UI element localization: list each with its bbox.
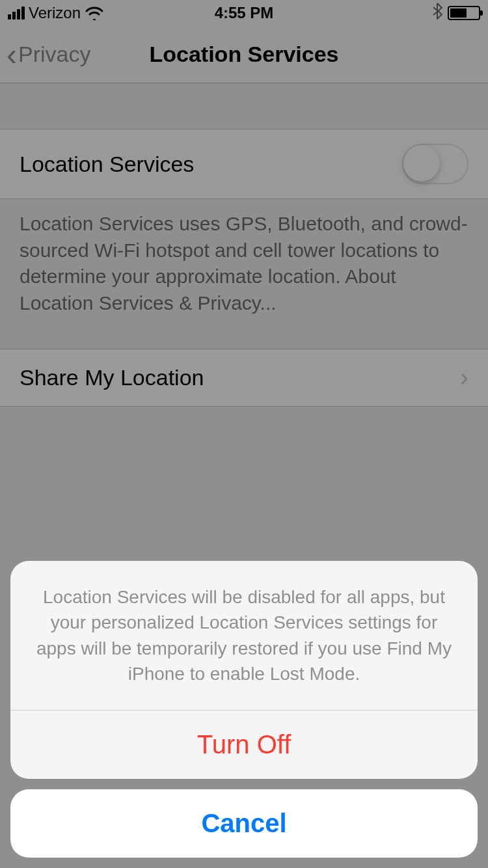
- action-sheet: Location Services will be disabled for a…: [10, 561, 478, 858]
- action-sheet-group: Location Services will be disabled for a…: [10, 561, 478, 779]
- turn-off-button[interactable]: Turn Off: [10, 710, 478, 779]
- action-sheet-message: Location Services will be disabled for a…: [10, 561, 478, 710]
- cancel-button[interactable]: Cancel: [10, 789, 478, 858]
